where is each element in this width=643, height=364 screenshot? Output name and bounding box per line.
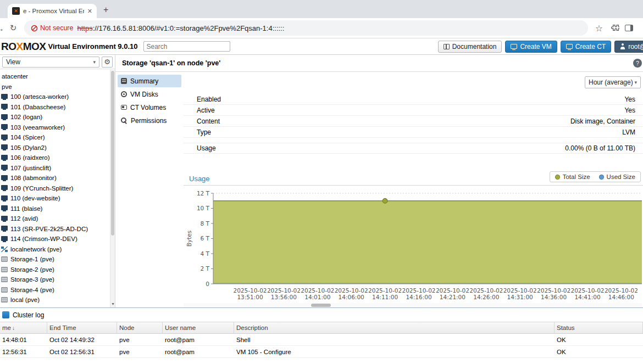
url-text: https://176.16.5.81:8006/#v1:0:=storage%… [77, 24, 284, 32]
column-status[interactable]: Status [555, 322, 643, 333]
tree-item-node-pve[interactable]: pve [0, 82, 115, 92]
vm-icon [1, 236, 8, 241]
column-end-time[interactable]: End Time [47, 322, 117, 333]
tree-item-vm[interactable]: 101 (Dabascheese) [0, 102, 115, 113]
tree-item-network[interactable]: localnetwork (pve) [0, 244, 115, 255]
not-secure-badge[interactable]: Not secure [31, 24, 73, 32]
vm-icon [1, 104, 8, 109]
svg-text:14:41:00: 14:41:00 [574, 294, 600, 300]
help-button[interactable]: ? [633, 59, 642, 68]
tab-title: e - Proxmox Virtual Environm [23, 8, 84, 14]
url-field[interactable]: Not secure https://176.16.5.81:8006/#v1:… [24, 20, 588, 36]
tree-item-storage[interactable]: Storage-2 (pve) [0, 265, 115, 275]
tree-item-storage[interactable]: Storage-1 (pve) [0, 254, 115, 265]
scroll-down-icon[interactable]: ▾ [110, 301, 115, 306]
usage-area-chart: 02 T4 T6 T8 T10 T12 T2025-10-0213:51:002… [184, 189, 642, 302]
property-row-type: TypeLVM [184, 127, 643, 138]
svg-text:14:36:00: 14:36:00 [541, 294, 567, 300]
tree-item-vm[interactable]: 107 (justinclift) [0, 163, 115, 173]
cell-description: VM 105 - Configure [234, 346, 555, 357]
tree-item-vm[interactable]: 110 (dev-website) [0, 193, 115, 204]
tree-item-vm[interactable]: 112 (avid) [0, 214, 115, 224]
svg-text:2025-10-02: 2025-10-02 [267, 287, 301, 294]
svg-text:2025-10-02: 2025-10-02 [402, 287, 435, 294]
svg-text:14:01:00: 14:01:00 [304, 294, 330, 300]
svg-text:2025-10-02: 2025-10-02 [301, 287, 334, 294]
network-icon [1, 247, 8, 252]
content-header: Storage 'qsan-1' on node 'pve' ? [115, 55, 643, 72]
column-start-time[interactable]: me↓ [0, 322, 47, 333]
side-panel-icon[interactable] [625, 25, 633, 31]
usage-section-title: Usage [189, 175, 210, 183]
tree-item-vm[interactable]: 103 (veeamworker) [0, 122, 115, 133]
bookmark-star-icon[interactable]: ☆ [592, 23, 606, 33]
tree-item-vm[interactable]: 100 (artesca-worker) [0, 92, 115, 102]
time-range-select[interactable]: Hour (average) ▾ [585, 76, 641, 88]
horizontal-scrollbar[interactable] [184, 303, 642, 307]
tree-item-datacenter[interactable]: atacenter [0, 71, 115, 82]
version-label: Virtual Environment 9.0.10 [48, 42, 137, 51]
extensions-puzzle-icon[interactable] [611, 24, 619, 32]
refresh-icon[interactable]: ↻ [7, 23, 20, 33]
forward-icon[interactable]: → [0, 24, 7, 33]
tree-item-vm[interactable]: 108 (labmonitor) [0, 173, 115, 183]
cell-status: OK [555, 346, 643, 357]
tab-summary[interactable]: Summary [118, 75, 181, 87]
view-selector[interactable]: View ▾ [2, 57, 99, 68]
tab-cluster-log[interactable]: Cluster log [13, 311, 44, 319]
tree-item-storage[interactable]: Storage-3 (pve) [0, 275, 115, 285]
cell-start-time: 12:56:31 [0, 346, 47, 357]
property-value: LVM [622, 128, 635, 136]
property-value: Yes [624, 96, 635, 103]
tree-settings-button[interactable]: ⚙ [102, 57, 113, 68]
cell-node: pve [117, 334, 163, 345]
log-row[interactable]: 12:56:31 Oct 02 12:56:31 pve root@pam VM… [0, 346, 643, 358]
tab-ct-volumes[interactable]: CT Volumes [118, 101, 181, 114]
tree-item-vm[interactable]: 109 (YCrunch-Splitter) [0, 183, 115, 194]
legend-used-size[interactable]: Used Size [599, 173, 635, 180]
documentation-button[interactable]: Documentation [438, 41, 502, 53]
user-menu-button[interactable]: root@ [614, 41, 643, 53]
legend-total-size[interactable]: Total Size [555, 173, 590, 180]
search-input[interactable] [143, 41, 230, 52]
tree-item-vm[interactable]: 105 (Dylan2) [0, 143, 115, 153]
column-user-name[interactable]: User name [163, 322, 234, 333]
svg-text:6 T: 6 T [201, 235, 210, 242]
proxmox-logo: ROXMOX [1, 41, 46, 53]
cell-end-time: Oct 02 14:49:32 [47, 334, 117, 345]
tab-vm-disks[interactable]: VM Disks [118, 88, 181, 100]
browser-tab[interactable]: ✕ e - Proxmox Virtual Environm ✕ [8, 4, 97, 18]
create-vm-button[interactable]: Create VM [505, 41, 557, 53]
tree-scrollbar[interactable]: ▾ [110, 70, 115, 307]
tree-item-vm[interactable]: 104 (Spicer) [0, 132, 115, 143]
column-node[interactable]: Node [117, 322, 163, 333]
tree-item-vm[interactable]: 114 (Crimson-WP-DEV) [0, 234, 115, 244]
key-icon [121, 117, 128, 124]
column-description[interactable]: Description [234, 322, 555, 333]
tree-item-vm[interactable]: 106 (raidxero) [0, 153, 115, 163]
scrollbar-thumb[interactable] [111, 71, 114, 236]
cell-node: pve [117, 346, 163, 357]
sort-down-icon: ↓ [12, 325, 15, 331]
not-secure-icon [31, 25, 38, 32]
tab-close-icon[interactable]: ✕ [87, 8, 92, 15]
tree-item-vm[interactable]: 113 (SR-PVE-2k25-AD-DC) [0, 224, 115, 234]
create-ct-button[interactable]: Create CT [561, 41, 611, 53]
tree-item-vm[interactable]: 111 (blaise) [0, 204, 115, 214]
chart-legend[interactable]: Total Size Used Size [550, 171, 641, 182]
tree-item-storage[interactable]: local (pve) [0, 295, 115, 305]
property-label: Content [197, 117, 220, 125]
not-secure-label: Not secure [40, 24, 73, 32]
browser-tab-strip: ✕ e - Proxmox Virtual Environm ✕ + [0, 0, 643, 18]
scrollbar-thumb[interactable] [311, 304, 331, 307]
svg-text:2025-10-02: 2025-10-02 [537, 287, 570, 294]
tree-item-storage[interactable]: Storage-4 (pve) [0, 285, 115, 295]
tab-permissions[interactable]: Permissions [118, 114, 181, 127]
vm-icon [1, 205, 8, 210]
log-row[interactable]: 14:48:01 Oct 02 14:49:32 pve root@pam Sh… [0, 334, 643, 346]
tree-item-vm[interactable]: 102 (logan) [0, 112, 115, 122]
property-value: 0.00% (0 B of 11.00 TB) [565, 144, 635, 152]
new-tab-button[interactable]: + [103, 5, 108, 15]
property-row-enabled: EnabledYes [184, 94, 643, 105]
cell-user: root@pam [163, 334, 234, 345]
